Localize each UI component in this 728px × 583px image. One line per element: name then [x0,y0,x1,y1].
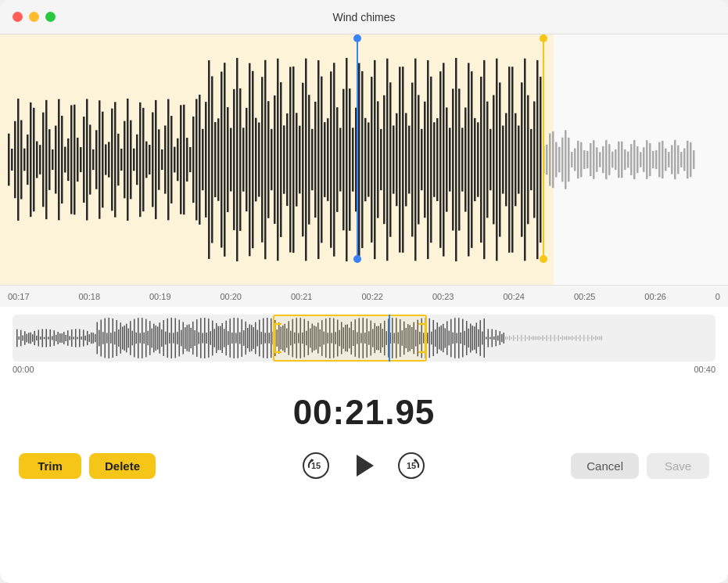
controls-bar: Trim Delete 15 [0,440,728,498]
main-window: Wind chimes 00:17 00:18 00:19 00:20 00:2… [0,0,728,583]
timecode-label-19: 00:19 [149,292,171,301]
mini-bracket-right [416,316,427,360]
save-button[interactable]: Save [647,453,709,479]
svg-text:15: 15 [311,461,321,470]
timecode-label-23: 00:23 [432,292,454,301]
skip-forward-button[interactable]: 15 [397,452,425,480]
current-time-display: 00:21.95 [0,382,728,440]
play-button[interactable] [347,449,380,482]
waveform-canvas [0,34,728,285]
right-controls: Cancel Save [571,453,709,479]
timecode-label-end: 0 [715,292,720,301]
window-title: Wind chimes [332,11,395,23]
svg-text:15: 15 [407,461,416,470]
timecode-labels: 00:17 00:18 00:19 00:20 00:21 00:22 00:2… [0,292,728,301]
skip-forward-icon: 15 [397,452,425,480]
playhead-bottom-handle[interactable] [353,255,361,263]
mini-time-end: 00:40 [694,365,715,374]
playhead[interactable] [357,34,358,263]
delete-button[interactable]: Delete [89,453,156,479]
timecode-label-22: 00:22 [361,292,383,301]
center-controls: 15 15 [302,449,425,482]
timecode-label-25: 00:25 [574,292,596,301]
trim-end-top-handle[interactable] [540,34,547,42]
mini-waveform-section: 00:00 00:40 [0,307,728,382]
mini-bracket-left [273,316,284,360]
close-button[interactable] [13,12,23,22]
play-icon [357,455,374,477]
skip-back-icon: 15 [302,452,330,480]
maximize-button[interactable] [45,12,56,22]
current-time-text: 00:21.95 [293,393,436,431]
mini-waveform-wrapper[interactable] [13,315,715,362]
traffic-lights [13,12,56,22]
timecode-label-21: 00:21 [291,292,313,301]
trim-button[interactable]: Trim [19,453,81,479]
cancel-button[interactable]: Cancel [571,453,639,479]
timecode-label-20: 00:20 [220,292,242,301]
title-bar: Wind chimes [0,0,728,34]
trim-end-bottom-handle[interactable] [540,255,547,263]
mini-time-start: 00:00 [13,365,34,374]
timecode-label-26: 00:26 [644,292,666,301]
timecode-label-17: 00:17 [8,292,30,301]
left-controls: Trim Delete [19,453,156,479]
minimize-button[interactable] [29,12,39,22]
trim-end-handle[interactable] [543,34,544,263]
timecode-ruler: 00:17 00:18 00:19 00:20 00:21 00:22 00:2… [0,285,728,307]
timecode-label-18: 00:18 [78,292,100,301]
skip-back-button[interactable]: 15 [302,452,330,480]
playhead-top-handle[interactable] [353,34,361,42]
timecode-label-24: 00:24 [503,292,525,301]
mini-playhead[interactable] [389,315,390,362]
mini-time-labels: 00:00 00:40 [13,362,715,377]
mini-selection-bracket[interactable] [273,315,428,362]
main-waveform[interactable] [0,34,728,285]
